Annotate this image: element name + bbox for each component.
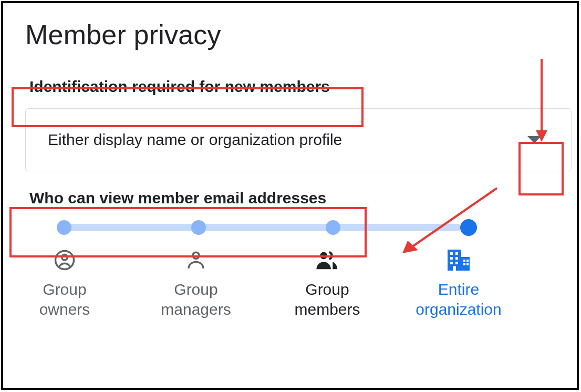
option-group-members[interactable]: Group members <box>262 248 393 319</box>
option-label: Group managers <box>130 280 262 319</box>
svg-rect-16 <box>453 266 456 271</box>
manager-icon <box>130 248 262 272</box>
access-level-options: Group owners Group managers <box>36 219 556 319</box>
settings-panel: Member privacy Identification required f… <box>1 1 579 390</box>
identification-select-value: Either display name or organization prof… <box>48 131 342 149</box>
option-label: Entire organization <box>393 280 524 319</box>
svg-rect-8 <box>450 257 453 260</box>
svg-rect-14 <box>463 263 465 265</box>
email-view-label: Who can view member email addresses <box>25 187 330 209</box>
option-label: Group members <box>262 280 393 319</box>
identification-label: Identification required for new members <box>25 76 334 98</box>
identification-section: Identification required for new members … <box>25 76 559 171</box>
svg-rect-11 <box>455 262 458 264</box>
svg-rect-7 <box>455 252 458 255</box>
email-view-section: Who can view member email addresses Gro <box>25 187 559 319</box>
identification-select[interactable]: Either display name or organization prof… <box>25 108 572 171</box>
svg-rect-10 <box>450 262 453 264</box>
option-label: Group owners <box>0 280 130 319</box>
option-group-managers[interactable]: Group managers <box>130 248 262 319</box>
svg-rect-9 <box>455 257 458 260</box>
svg-point-3 <box>320 252 327 260</box>
organization-icon <box>393 248 524 272</box>
page-title: Member privacy <box>25 19 559 50</box>
svg-rect-15 <box>466 263 469 265</box>
svg-rect-13 <box>466 260 469 262</box>
members-icon <box>262 248 393 272</box>
access-level-slider[interactable]: Group owners Group managers <box>36 219 572 319</box>
owner-icon <box>0 248 130 272</box>
option-group-owners[interactable]: Group owners <box>0 248 130 319</box>
svg-rect-12 <box>463 260 465 262</box>
dropdown-caret-icon[interactable] <box>513 119 555 161</box>
svg-rect-6 <box>450 252 453 255</box>
option-entire-organization[interactable]: Entire organization <box>393 248 524 319</box>
svg-point-2 <box>193 252 199 259</box>
svg-point-1 <box>62 255 68 261</box>
